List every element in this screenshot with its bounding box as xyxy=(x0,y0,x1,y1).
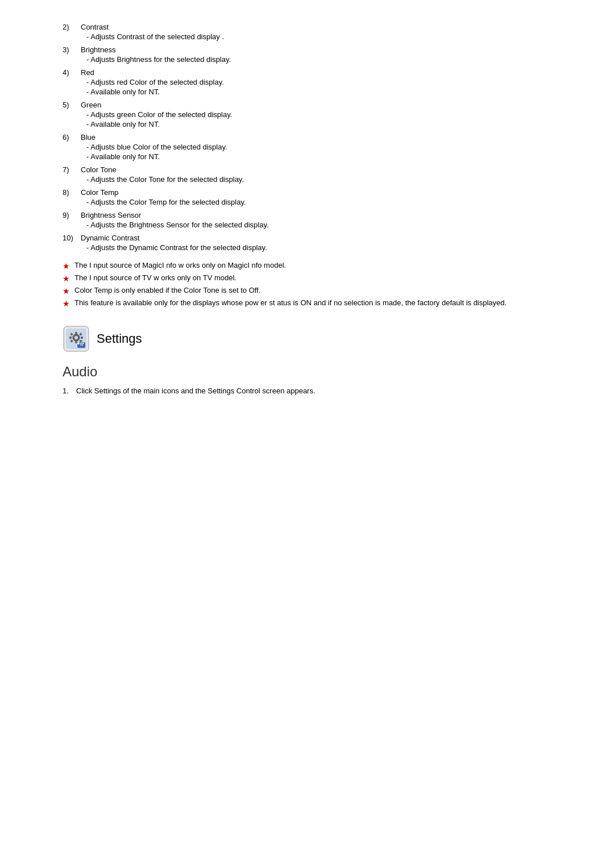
svg-rect-4 xyxy=(75,332,77,334)
svg-rect-7 xyxy=(81,337,83,339)
item-number: 7) xyxy=(63,165,81,185)
item-number: 8) xyxy=(63,188,81,207)
note-item: ★The I nput source of MagicI nfo w orks … xyxy=(63,261,551,271)
item-number: 5) xyxy=(63,101,81,130)
svg-rect-14 xyxy=(80,343,84,344)
note-text: Color Temp is only enabled if the Color … xyxy=(74,286,551,294)
sub-item: - Adjusts blue Color of the selected dis… xyxy=(86,143,551,151)
list-item: 10)Dynamic Contrast- Adjusts the Dynamic… xyxy=(63,234,551,253)
item-title: Color Tone xyxy=(81,165,551,174)
numbered-list: 2)Contrast- Adjusts Contrast of the sele… xyxy=(63,23,551,253)
item-number: 9) xyxy=(63,211,81,230)
sub-item: - Adjusts the Color Tone for the selecte… xyxy=(86,175,551,184)
item-title: Red xyxy=(81,68,551,77)
note-text: The I nput source of TV w orks only on T… xyxy=(74,273,551,282)
sub-item: - Available only for NT. xyxy=(86,152,551,161)
svg-rect-15 xyxy=(80,344,83,346)
list-item: 6)Blue- Adjusts blue Color of the select… xyxy=(63,133,551,162)
item-content: Red- Adjusts red Color of the selected d… xyxy=(81,68,551,97)
sub-item: - Adjusts green Color of the selected di… xyxy=(86,110,551,119)
item-content: Color Tone- Adjusts the Color Tone for t… xyxy=(81,165,551,185)
star-icon: ★ xyxy=(63,299,70,308)
step-item: 1.Click Settings of the main icons and t… xyxy=(63,387,551,395)
list-item: 7)Color Tone- Adjusts the Color Tone for… xyxy=(63,165,551,185)
sub-item: - Available only for NT. xyxy=(86,88,551,96)
sub-item: - Adjusts red Color of the selected disp… xyxy=(86,78,551,86)
item-title: Blue xyxy=(81,133,551,142)
content-area: 2)Contrast- Adjusts Contrast of the sele… xyxy=(63,23,551,395)
item-number: 6) xyxy=(63,133,81,162)
svg-rect-6 xyxy=(69,337,72,339)
sub-item: - Adjusts Brightness for the selected di… xyxy=(86,55,551,64)
step-number: 1. xyxy=(63,387,76,395)
svg-rect-5 xyxy=(75,341,77,343)
step-text: Click Settings of the main icons and the… xyxy=(76,387,316,395)
item-number: 2) xyxy=(63,23,81,42)
item-title: Green xyxy=(81,101,551,109)
item-title: Brightness Sensor xyxy=(81,211,551,219)
star-icon: ★ xyxy=(63,286,70,296)
svg-point-13 xyxy=(77,342,80,344)
list-item: 3)Brightness- Adjusts Brightness for the… xyxy=(63,45,551,65)
item-content: Brightness Sensor- Adjusts the Brightnes… xyxy=(81,211,551,230)
note-text: This feature is available only for the d… xyxy=(74,298,551,307)
list-item: 9)Brightness Sensor- Adjusts the Brightn… xyxy=(63,211,551,230)
sub-item: - Adjusts the Brightness Sensor for the … xyxy=(86,221,551,229)
svg-point-3 xyxy=(74,336,78,339)
note-item: ★The I nput source of TV w orks only on … xyxy=(63,273,551,283)
settings-title: Settings xyxy=(97,331,142,346)
item-title: Dynamic Contrast xyxy=(81,234,551,242)
item-content: Contrast- Adjusts Contrast of the select… xyxy=(81,23,551,42)
item-title: Color Temp xyxy=(81,188,551,197)
star-icon: ★ xyxy=(63,261,70,271)
sub-item: - Adjusts the Color Temp for the selecte… xyxy=(86,198,551,206)
item-number: 4) xyxy=(63,68,81,97)
item-content: Blue- Adjusts blue Color of the selected… xyxy=(81,133,551,162)
note-item: ★Color Temp is only enabled if the Color… xyxy=(63,286,551,296)
item-title: Contrast xyxy=(81,23,551,31)
star-icon: ★ xyxy=(63,274,70,283)
item-content: Brightness- Adjusts Brightness for the s… xyxy=(81,45,551,65)
settings-icon xyxy=(63,325,90,352)
list-item: 8)Color Temp- Adjusts the Color Temp for… xyxy=(63,188,551,207)
audio-section: Audio 1.Click Settings of the main icons… xyxy=(63,364,551,395)
item-content: Green- Adjusts green Color of the select… xyxy=(81,101,551,130)
list-item: 2)Contrast- Adjusts Contrast of the sele… xyxy=(63,23,551,42)
list-item: 4)Red- Adjusts red Color of the selected… xyxy=(63,68,551,97)
list-item: 5)Green- Adjusts green Color of the sele… xyxy=(63,101,551,130)
audio-steps: 1.Click Settings of the main icons and t… xyxy=(63,387,551,395)
item-number: 3) xyxy=(63,45,81,65)
item-content: Color Temp- Adjusts the Color Temp for t… xyxy=(81,188,551,207)
item-number: 10) xyxy=(63,234,81,253)
sub-item: - Available only for NT. xyxy=(86,120,551,128)
notes-section: ★The I nput source of MagicI nfo w orks … xyxy=(63,261,551,308)
note-text: The I nput source of MagicI nfo w orks o… xyxy=(74,261,551,269)
sub-item: - Adjusts Contrast of the selected displ… xyxy=(86,32,551,41)
sub-item: - Adjusts the Dynamic Contrast for the s… xyxy=(86,243,551,252)
audio-section-title: Audio xyxy=(63,364,551,380)
settings-header: Settings xyxy=(63,325,551,352)
note-item: ★This feature is available only for the … xyxy=(63,298,551,308)
item-title: Brightness xyxy=(81,45,551,54)
item-content: Dynamic Contrast- Adjusts the Dynamic Co… xyxy=(81,234,551,253)
